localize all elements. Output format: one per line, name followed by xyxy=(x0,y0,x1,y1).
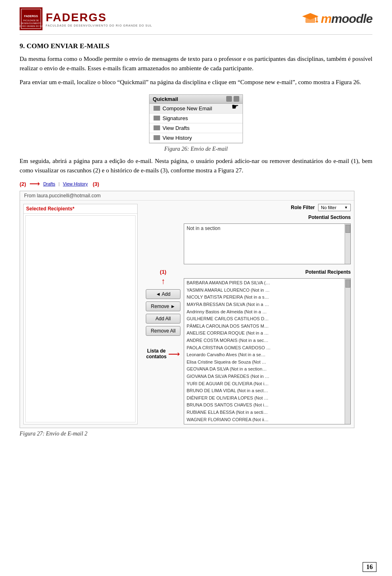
sections-scrollbar-thumb xyxy=(345,225,350,233)
role-filter-label: Role Filter xyxy=(291,205,315,210)
potential-recipients-label: Potential Recipents xyxy=(184,269,351,275)
annot-1-arrow-icon: ↑ xyxy=(161,277,165,286)
email-main-area: Selected Recipients* (1) ↑ ◄ Add Remove … xyxy=(20,201,354,428)
view-history-link[interactable]: View History xyxy=(63,181,88,186)
list-item[interactable]: PAOLA CRISTINA GOMES CARDOSO … xyxy=(186,344,349,352)
quickmail-compose-label: Compose New Email xyxy=(163,105,212,112)
list-item[interactable]: GEOVANA DA SILVA (Not in a section… xyxy=(186,366,349,373)
no-filter-select[interactable]: No filter ▼ xyxy=(318,204,351,211)
selected-recipients-panel: Selected Recipients* xyxy=(23,204,138,424)
figure-27-wrapper: From laura.puccinelli@hotmail.com Select… xyxy=(20,191,354,437)
moodle-logo: mmoodle xyxy=(301,10,372,28)
action-buttons: ◄ Add Remove ► Add All Remove All xyxy=(143,289,184,336)
list-item[interactable]: Elisa Cristine Siqueira de Souza (Not … xyxy=(186,359,349,366)
svg-rect-7 xyxy=(305,18,315,23)
quickmail-item-signatures[interactable]: Signatures xyxy=(149,114,243,123)
list-item[interactable]: YASMIN AMARAL LOURENCO (Not in … xyxy=(186,287,349,294)
sections-scrollbar[interactable] xyxy=(345,224,350,264)
right-panel: Role Filter No filter ▼ Potential Sectio… xyxy=(184,204,351,424)
list-item[interactable]: GUILHERME CARLOS CASTILHOS D… xyxy=(186,315,349,323)
quickmail-item-compose[interactable]: Compose New Email xyxy=(149,104,243,114)
svg-text:FADERGS: FADERGS xyxy=(24,15,38,18)
list-item[interactable]: BRUNA DOS SANTOS CHAVES (Not i… xyxy=(186,402,349,409)
page-header: FADERGS FACULDADE DE DESENVOLVIMENTO DO … xyxy=(20,7,372,35)
potential-sections-label: Potential Sections xyxy=(184,214,351,220)
paragraph-3: Em seguida, abrirá a página para a ediçã… xyxy=(20,156,372,176)
list-item[interactable]: PÂMELA CAROLINA DOS SANTOS M… xyxy=(186,323,349,330)
fadergs-flag-icon: FADERGS FACULDADE DE DESENVOLVIMENTO DO … xyxy=(20,7,42,30)
potential-recipients-list: BARBARA AMANDA PIRES DA SILVA (…YASMIN A… xyxy=(184,279,350,424)
compose-icon xyxy=(154,106,160,111)
lista-arrow-icon: ⟶ xyxy=(168,349,180,359)
paragraph-1: Da mesma forma como o Moodle permite o e… xyxy=(20,54,372,74)
no-filter-value: No filter xyxy=(321,205,336,210)
page-number: 16 xyxy=(363,562,376,572)
list-item[interactable]: Andrinny Bastos de Almeida (Not in a … xyxy=(186,308,349,316)
moodle-text: mmoodle xyxy=(321,12,372,26)
annotation-top-row: (2) ⟶ Drafts | View History (3) xyxy=(20,179,372,188)
list-item[interactable]: WAGNER FLORIANO CORREA (Not ii… xyxy=(186,416,349,424)
annot-2-arrow: ⟶ xyxy=(29,179,40,188)
fadergs-name: FADERGS xyxy=(46,11,152,24)
list-item[interactable]: ANELISE CORREIA ROQUE (Not in a … xyxy=(186,330,349,337)
fadergs-text: FADERGS FACULDADE DE DESENVOLVIMENTO DO … xyxy=(46,11,152,27)
quickmail-signatures-label: Signatures xyxy=(163,115,188,121)
quickmail-block: Quickmail Compose New Email Signatures xyxy=(149,94,243,143)
quickmail-header-icons xyxy=(226,96,239,102)
quickmail-item-history[interactable]: View History xyxy=(149,133,243,143)
annot-2-label: (2) xyxy=(20,181,26,187)
paragraph-2: Para enviar um e-mail, localize o bloco … xyxy=(20,78,372,87)
svg-text:FACULDADE DE: FACULDADE DE xyxy=(23,19,39,22)
quickmail-title: Quickmail xyxy=(153,96,178,102)
drafts-link[interactable]: Drafts xyxy=(43,181,55,186)
list-item[interactable]: DIÊNIFER DE OLIVEIRA LOPES (Not … xyxy=(186,395,349,402)
quickmail-header: Quickmail xyxy=(149,95,243,104)
list-item[interactable]: BRUNO DE LIMA VIDAL (Not in a sect… xyxy=(186,387,349,395)
fadergs-logo: FADERGS FACULDADE DE DESENVOLVIMENTO DO … xyxy=(20,7,152,30)
list-item[interactable]: NICOLY BATISTA PEREIRA (Not in a s… xyxy=(186,294,349,301)
list-item[interactable]: MAYRA BRESSAN DA SILVA (Not in a … xyxy=(186,301,349,308)
list-item[interactable]: ANDRE COSTA MORAIS (Not in a sec… xyxy=(186,337,349,344)
fadergs-subtitle: FACULDADE DE DESENVOLVIMENTO DO RIO GRAN… xyxy=(46,24,152,27)
quickmail-item-drafts[interactable]: View Drafts xyxy=(149,123,243,133)
quickmail-history-label: View History xyxy=(163,135,192,141)
potential-recipients-box[interactable]: BARBARA AMANDA PIRES DA SILVA (…YASMIN A… xyxy=(184,278,351,424)
history-icon xyxy=(154,135,160,140)
moodle-grad-cap-icon xyxy=(301,10,319,28)
drafts-icon xyxy=(154,125,160,130)
select-arrow-icon: ▼ xyxy=(344,205,348,210)
section-title: 9. COMO ENVIAR E-MAILS xyxy=(20,42,372,50)
list-item[interactable]: Leonardo Carvalho Alves (Not in a se… xyxy=(186,351,349,359)
not-in-section-text: Not in a section xyxy=(184,224,350,233)
remove-button[interactable]: Remove ► xyxy=(146,301,180,311)
list-item[interactable]: YURI DE AGUIAR DE OLIVEIRA (Not i… xyxy=(186,380,349,388)
recipients-list[interactable] xyxy=(25,215,136,422)
svg-point-9 xyxy=(316,21,318,22)
separator: | xyxy=(58,181,60,186)
quickmail-panel: Quickmail Compose New Email Signatures xyxy=(149,94,243,143)
remove-all-button[interactable]: Remove All xyxy=(146,326,180,336)
figure-26: Quickmail Compose New Email Signatures xyxy=(20,94,372,152)
recipients-scrollbar-thumb xyxy=(345,279,350,288)
list-item[interactable]: RUBIANE ELLA BESSA (Not in a secti… xyxy=(186,409,349,416)
quickmail-min-icon[interactable] xyxy=(226,96,232,102)
figure-27-caption: Figura 27: Envio de E-mail 2 xyxy=(20,431,354,437)
quickmail-drafts-label: View Drafts xyxy=(163,125,189,131)
quickmail-close-icon[interactable] xyxy=(234,96,239,102)
selected-recipients-label: Selected Recipients* xyxy=(24,204,137,214)
list-item[interactable]: GIOVANA DA SILVA PAREDES (Not in … xyxy=(186,373,349,380)
add-all-button[interactable]: Add All xyxy=(146,314,180,324)
add-button[interactable]: ◄ Add xyxy=(146,289,180,299)
svg-text:DESENVOLVIMENTO: DESENVOLVIMENTO xyxy=(21,22,41,25)
potential-sections-box[interactable]: Not in a section xyxy=(184,223,351,264)
role-filter-area: Role Filter No filter ▼ xyxy=(184,204,351,211)
annot-1-label: (1) xyxy=(160,269,167,275)
lista-contatos-label: Lista de contatos xyxy=(146,348,167,359)
list-item[interactable]: BARBARA AMANDA PIRES DA SILVA (… xyxy=(186,279,349,287)
figure-26-caption: Figura 26: Envio de E-mail xyxy=(164,146,228,152)
recipients-scrollbar[interactable] xyxy=(345,279,350,424)
figure-27: From laura.puccinelli@hotmail.com Select… xyxy=(20,191,354,428)
svg-text:DO RIO GRANDE DO SUL: DO RIO GRANDE DO SUL xyxy=(20,25,42,27)
signatures-icon xyxy=(154,116,160,121)
email-from: From laura.puccinelli@hotmail.com xyxy=(20,191,354,201)
